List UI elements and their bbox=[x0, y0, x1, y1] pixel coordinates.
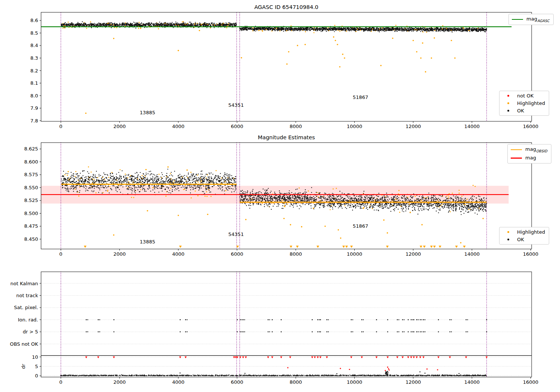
x-tick-label: 4000 bbox=[172, 379, 184, 385]
y-tick-label: 8.500 bbox=[24, 211, 38, 216]
y-tick-label: 8.4 bbox=[30, 43, 38, 48]
flag-row-label: not track bbox=[16, 293, 38, 298]
dr-axis-label: dr bbox=[21, 364, 26, 369]
dr-outlier-points bbox=[180, 371, 460, 374]
legend-mid-lines: magOBSID mag bbox=[507, 144, 551, 164]
x-tick-label: 4000 bbox=[172, 251, 184, 257]
dr-tick-label: 0 bbox=[35, 373, 38, 379]
dot-swatch bbox=[503, 102, 514, 104]
y-tick-label: 8.450 bbox=[24, 236, 38, 242]
legend-item: Highlighted bbox=[503, 100, 545, 106]
y-tick-label: 8.6 bbox=[30, 18, 38, 23]
y-tick-label: 8.475 bbox=[24, 223, 38, 229]
legend-label: Highlighted bbox=[517, 229, 545, 235]
x-tick-label: 10000 bbox=[347, 124, 362, 129]
y-tick-label: 8.575 bbox=[24, 172, 38, 177]
x-tick-label: 4000 bbox=[172, 124, 184, 129]
y-tick-label: 8.600 bbox=[24, 159, 38, 165]
x-tick-label: 12000 bbox=[405, 251, 421, 257]
legend-label: magAGASC bbox=[526, 16, 550, 23]
y-tick-label: 8.550 bbox=[24, 185, 38, 190]
axes-frame bbox=[41, 272, 532, 377]
dot-swatch bbox=[503, 110, 514, 112]
middle-chart-title: Magnitude Estimates bbox=[41, 134, 532, 140]
x-tick-label: 10000 bbox=[347, 251, 362, 257]
x-tick-label: 2000 bbox=[113, 251, 126, 257]
legend-label: not OK bbox=[517, 93, 533, 99]
legend-item: OK bbox=[503, 108, 545, 113]
obsid-annotation: 51867 bbox=[353, 223, 368, 229]
dr-tick-label: 5 bbox=[35, 364, 38, 369]
dr-tick-label: 10 bbox=[32, 354, 38, 360]
legend-item: magAGASC bbox=[512, 16, 550, 23]
legend-label: mag bbox=[525, 155, 536, 162]
mag-estimates-chart: 1388554351518670200040006000800010000120… bbox=[24, 143, 538, 257]
x-tick-label: 6000 bbox=[231, 251, 243, 257]
x-tick-label: 16000 bbox=[523, 379, 538, 385]
x-tick-label: 8000 bbox=[290, 379, 302, 385]
obsid-annotation: 51867 bbox=[353, 94, 368, 100]
line-swatch bbox=[511, 158, 522, 159]
x-tick-label: 12000 bbox=[405, 124, 421, 129]
x-tick-label: 8000 bbox=[290, 251, 302, 257]
legend-label: OK bbox=[517, 237, 524, 242]
top-chart-title: AGASC ID 654710984.0 bbox=[41, 4, 532, 10]
y-tick-label: 7.9 bbox=[30, 105, 38, 111]
flag-row-label: dr > 5 bbox=[23, 329, 38, 335]
line-swatch bbox=[511, 149, 522, 150]
quality-flags-chart: 0200040006000800010000120001400016000not… bbox=[10, 272, 539, 385]
legend-label: magOBSID bbox=[525, 146, 547, 153]
dot-swatch bbox=[503, 231, 514, 233]
legend-item: OK bbox=[503, 237, 545, 242]
x-tick-label: 14000 bbox=[464, 124, 479, 129]
x-tick-label: 14000 bbox=[464, 251, 479, 257]
agasc-mag-chart: 1388554351518670200040006000800010000120… bbox=[30, 12, 538, 129]
legend-mag-agasc: magAGASC bbox=[508, 14, 554, 25]
y-tick-label: 8.625 bbox=[24, 146, 38, 152]
legend-top-markers: not OK Highlighted OK bbox=[499, 91, 549, 116]
dr-not-ok-points bbox=[287, 367, 438, 371]
x-tick-label: 14000 bbox=[464, 379, 479, 385]
x-tick-label: 16000 bbox=[523, 251, 538, 257]
clipped-low-markers bbox=[84, 246, 466, 248]
obsid-annotation: 54351 bbox=[228, 102, 244, 108]
y-tick-label: 7.8 bbox=[30, 118, 38, 124]
y-tick-label: 8.3 bbox=[30, 55, 38, 61]
obsid-annotation: 13885 bbox=[140, 239, 155, 245]
dr-clipped-markers bbox=[85, 357, 488, 358]
y-tick-label: 8.2 bbox=[30, 68, 38, 74]
legend-item: magOBSID bbox=[511, 146, 547, 153]
flag-row-label: Sat. pixel. bbox=[14, 305, 38, 310]
legend-item: Highlighted bbox=[503, 229, 545, 235]
x-tick-label: 12000 bbox=[405, 379, 421, 385]
legend-label: OK bbox=[517, 108, 524, 113]
x-tick-label: 10000 bbox=[347, 379, 362, 385]
legend-item: mag bbox=[511, 155, 547, 162]
line-swatch bbox=[512, 19, 523, 20]
x-tick-label: 0 bbox=[59, 124, 62, 129]
flag-row-label: Ion. rad. bbox=[18, 317, 38, 323]
dot-swatch bbox=[503, 95, 514, 97]
x-tick-label: 2000 bbox=[113, 379, 126, 385]
x-tick-label: 8000 bbox=[290, 124, 302, 129]
x-tick-label: 0 bbox=[59, 251, 62, 257]
y-tick-label: 8.1 bbox=[30, 80, 38, 86]
obsid-annotation: 54351 bbox=[228, 231, 244, 237]
plots-canvas: 1388554351518670200040006000800010000120… bbox=[0, 0, 560, 392]
dr-noise-band bbox=[60, 371, 486, 376]
obsid-annotation: 13885 bbox=[140, 110, 155, 115]
x-tick-label: 6000 bbox=[231, 379, 243, 385]
legend-label: Highlighted bbox=[517, 100, 545, 106]
legend-mid-markers: Highlighted OK bbox=[499, 227, 549, 245]
flag-row-label: not Kalman bbox=[10, 281, 38, 286]
flag-row-label: OBS not OK bbox=[10, 341, 38, 347]
dot-swatch bbox=[503, 239, 514, 240]
y-tick-label: 8.5 bbox=[30, 30, 38, 36]
x-tick-label: 16000 bbox=[523, 124, 538, 129]
x-tick-label: 2000 bbox=[113, 124, 126, 129]
x-tick-label: 6000 bbox=[231, 124, 243, 129]
legend-item: not OK bbox=[503, 93, 545, 99]
y-tick-label: 8.0 bbox=[30, 93, 38, 99]
figure: 1388554351518670200040006000800010000120… bbox=[0, 0, 560, 392]
y-tick-label: 8.525 bbox=[24, 197, 38, 203]
